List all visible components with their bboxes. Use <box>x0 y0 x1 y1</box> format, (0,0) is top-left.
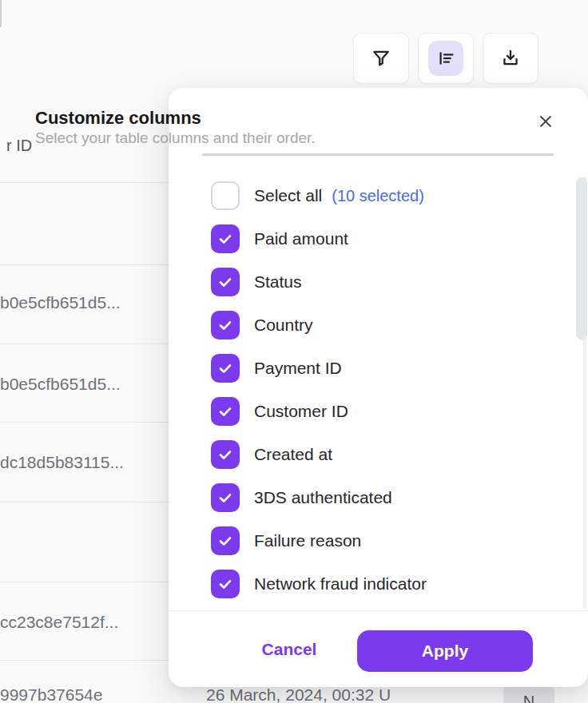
table-cell-id: b0e5cfb651d5... <box>0 375 121 394</box>
column-list: Select all (10 selected) Paid amount Sta… <box>211 174 554 606</box>
column-checkbox[interactable] <box>211 224 240 253</box>
column-label: Network fraud indicator <box>254 574 427 594</box>
column-checkbox-row[interactable]: Status <box>211 260 554 304</box>
table-cell-id: dc18d5b83115... <box>0 453 124 472</box>
column-checkbox[interactable] <box>211 440 240 469</box>
column-checkbox[interactable] <box>211 354 240 383</box>
popover-header-divider <box>202 153 554 156</box>
select-all-label: Select all <box>254 186 322 205</box>
popover-footer-divider <box>169 610 588 611</box>
cancel-button[interactable]: Cancel <box>253 640 325 659</box>
checkmark-icon <box>217 316 234 334</box>
column-checkbox-row[interactable]: 3DS authenticated <box>211 476 554 519</box>
table-cell-id: cc23c8e7512f... <box>0 613 118 632</box>
column-label: Created at <box>254 445 332 464</box>
column-checkbox[interactable] <box>211 570 240 598</box>
column-checkbox[interactable] <box>211 268 240 296</box>
column-checkbox-row[interactable]: Failure reason <box>211 519 554 562</box>
column-label: Failure reason <box>254 531 361 550</box>
column-checkbox[interactable] <box>211 483 240 512</box>
checkmark-icon <box>217 359 234 377</box>
table-cell-id: b0e5cfb651d5... <box>0 293 121 312</box>
table-left-edge <box>0 0 2 27</box>
download-icon <box>500 48 521 69</box>
checkmark-icon <box>217 273 234 291</box>
column-checkbox-row[interactable]: Created at <box>211 433 554 476</box>
popover-title: Customize columns <box>35 108 201 129</box>
table-toolbar <box>353 33 538 84</box>
filter-button[interactable] <box>353 33 409 84</box>
popover-scrollbar-thumb[interactable] <box>576 177 587 340</box>
column-checkbox[interactable] <box>211 526 240 555</box>
export-button[interactable] <box>483 33 538 84</box>
select-all-checkbox[interactable] <box>211 181 240 210</box>
column-label: Country <box>254 316 313 335</box>
table-cell-id: 9997b37654e <box>0 685 102 703</box>
column-checkbox-row[interactable]: Network fraud indicator <box>211 562 554 606</box>
checkmark-icon <box>217 446 234 463</box>
column-checkbox-row[interactable]: Payment ID <box>211 347 554 390</box>
table-cell-date: 26 March, 2024, 00:32 U <box>206 685 391 703</box>
column-label: 3DS authenticated <box>254 488 392 507</box>
column-label: Paid amount <box>254 229 348 248</box>
apply-button[interactable]: Apply <box>357 630 533 672</box>
checkmark-icon <box>217 403 234 420</box>
column-checkbox-row[interactable]: Paid amount <box>211 217 554 260</box>
checkmark-icon <box>217 489 234 506</box>
funnel-icon <box>371 48 391 69</box>
checkmark-icon <box>217 575 234 593</box>
column-checkbox[interactable] <box>211 397 240 426</box>
close-icon <box>538 113 554 129</box>
select-all-row[interactable]: Select all (10 selected) <box>211 174 554 217</box>
status-badge: N <box>503 685 554 703</box>
screen: r ID b0e5cfb651d5... b0e5cfb651d5... dc1… <box>0 0 588 703</box>
table-column-header: r ID <box>6 137 32 155</box>
close-button[interactable] <box>535 111 556 132</box>
column-label: Customer ID <box>254 402 348 421</box>
checkmark-icon <box>217 532 234 550</box>
column-label: Payment ID <box>254 359 342 378</box>
popover-subtitle: Select your table columns and their orde… <box>35 129 316 147</box>
column-checkbox-row[interactable]: Customer ID <box>211 390 554 433</box>
column-checkbox[interactable] <box>211 311 240 340</box>
selected-count: (10 selected) <box>332 187 424 205</box>
column-checkbox-row[interactable]: Country <box>211 304 554 347</box>
checkmark-icon <box>217 230 234 248</box>
customize-columns-button[interactable] <box>418 33 474 84</box>
column-label: Status <box>254 272 302 292</box>
columns-icon <box>428 41 463 76</box>
